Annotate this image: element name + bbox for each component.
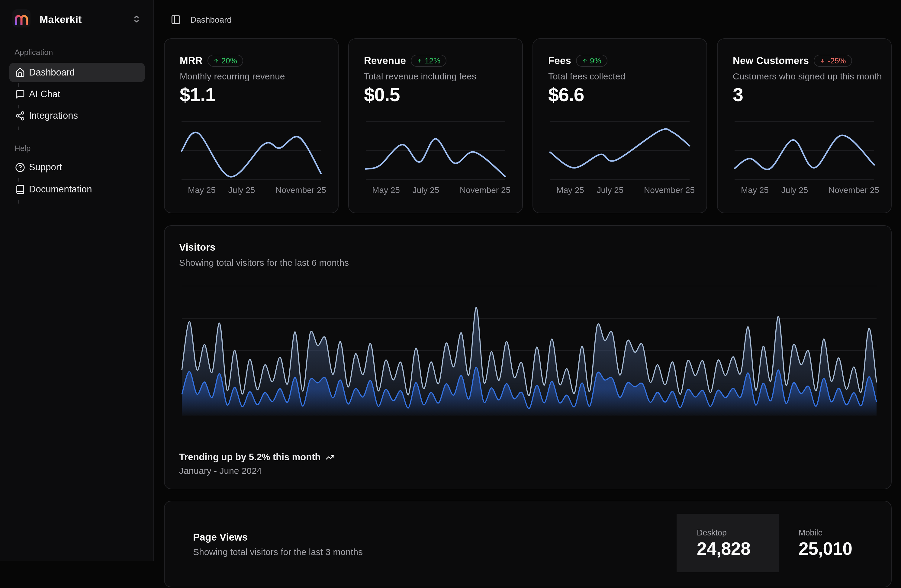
svg-text:May 25: May 25 (188, 186, 216, 195)
svg-text:November 25: November 25 (644, 186, 695, 195)
svg-text:July 25: July 25 (413, 186, 440, 195)
svg-text:July 25: July 25 (781, 186, 808, 195)
svg-text:November 25: November 25 (829, 186, 879, 195)
svg-text:November 25: November 25 (460, 186, 510, 195)
svg-text:November 25: November 25 (276, 186, 326, 195)
svg-text:July 25: July 25 (228, 186, 255, 195)
svg-text:May 25: May 25 (556, 186, 584, 195)
svg-text:May 25: May 25 (741, 186, 769, 195)
svg-text:July 25: July 25 (597, 186, 624, 195)
svg-text:May 25: May 25 (372, 186, 400, 195)
